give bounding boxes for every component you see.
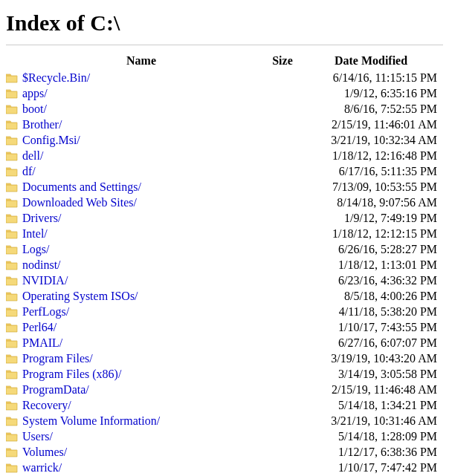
listing-row: Program Files (x86)/3/14/19, 3:05:58 PM [6,366,443,382]
name-cell: Logs/ [22,241,260,257]
folder-icon [6,120,22,130]
date-cell: 6/17/16, 5:11:35 PM [305,163,443,179]
directory-link[interactable]: Perl64/ [22,321,56,333]
directory-link[interactable]: apps/ [22,87,48,100]
folder-icon [6,369,22,379]
folder-icon [6,307,22,317]
name-cell: Intel/ [22,226,260,241]
directory-link[interactable]: Program Files (x86)/ [22,368,121,380]
folder-icon [6,385,22,395]
directory-link[interactable]: Brother/ [22,118,62,131]
date-cell: 4/11/18, 5:38:20 PM [305,304,443,319]
listing-row: Operating System ISOs/8/5/18, 4:00:26 PM [6,288,443,304]
column-header-size: Size [260,53,305,68]
date-cell: 3/19/19, 10:43:20 AM [305,351,443,366]
directory-link[interactable]: warrick/ [22,461,62,474]
directory-link[interactable]: NVIDIA/ [22,274,68,287]
name-cell: apps/ [22,85,260,101]
directory-link[interactable]: Recovery/ [22,399,71,411]
directory-listing: Name Size Date Modified $Recycle.Bin/6/1… [6,53,443,476]
folder-icon [6,151,22,161]
name-cell: Program Files (x86)/ [22,366,260,382]
folder-icon [6,416,22,426]
name-cell: Perl64/ [22,319,260,335]
date-cell: 6/14/16, 11:15:15 PM [305,70,443,85]
directory-link[interactable]: boot/ [22,102,47,115]
name-cell: Volumes/ [22,444,260,460]
date-cell: 1/9/12, 6:35:16 PM [305,85,443,101]
folder-icon [6,353,22,364]
folder-icon [6,260,22,270]
listing-row: warrick/1/10/17, 7:47:42 PM [6,460,443,475]
directory-link[interactable]: Users/ [22,430,53,443]
directory-link[interactable]: df/ [22,165,36,177]
date-cell: 5/14/18, 1:28:09 PM [305,428,443,444]
date-cell: 3/14/19, 3:05:58 PM [305,366,443,382]
name-cell: PerfLogs/ [22,304,260,319]
directory-link[interactable]: ProgramData/ [22,383,89,396]
folder-icon [6,400,22,411]
name-cell: Downloaded Web Sites/ [22,195,260,210]
listing-row: Program Files/3/19/19, 10:43:20 AM [6,351,443,366]
folder-icon [6,244,22,255]
date-cell: 1/18/12, 1:13:01 PM [305,257,443,273]
page-title: Index of C:\ [6,10,443,36]
name-cell: Drivers/ [22,210,260,226]
name-cell: Documents and Settings/ [22,179,260,195]
date-cell: 1/9/12, 7:49:19 PM [305,210,443,226]
directory-link[interactable]: $Recycle.Bin/ [22,71,90,84]
name-cell: PMAIL/ [22,335,260,351]
listing-row: Recovery/5/14/18, 1:34:21 PM [6,397,443,413]
directory-link[interactable]: Documents and Settings/ [22,180,141,193]
listing-row: NVIDIA/6/23/16, 4:36:32 PM [6,273,443,288]
directory-link[interactable]: Intel/ [22,227,48,240]
listing-row: Drivers/1/9/12, 7:49:19 PM [6,210,443,226]
date-cell: 3/21/19, 10:32:34 AM [305,132,443,148]
folder-icon [6,213,22,224]
name-cell: Program Files/ [22,351,260,366]
directory-link[interactable]: Config.Msi/ [22,134,80,146]
directory-link[interactable]: dell/ [22,149,43,162]
name-cell: Operating System ISOs/ [22,288,260,304]
folder-icon [6,104,22,114]
name-cell: ProgramData/ [22,382,260,397]
directory-link[interactable]: nodinst/ [22,258,61,271]
folder-icon [6,73,22,83]
name-cell: Users/ [22,428,260,444]
folder-icon [6,463,22,473]
name-cell: boot/ [22,101,260,117]
folder-icon [6,88,22,99]
directory-link[interactable]: Operating System ISOs/ [22,290,138,302]
listing-row: Intel/1/18/12, 12:12:15 PM [6,226,443,241]
folder-icon [6,276,22,286]
date-cell: 2/15/19, 11:46:48 AM [305,382,443,397]
listing-row: boot/8/6/16, 7:52:55 PM [6,101,443,117]
directory-link[interactable]: Volumes/ [22,446,67,458]
folder-icon [6,166,22,177]
folder-icon [6,198,22,208]
date-cell: 8/14/18, 9:07:56 AM [305,195,443,210]
column-header-row: Name Size Date Modified [6,53,443,68]
directory-link[interactable]: PMAIL/ [22,336,62,349]
name-cell: warrick/ [22,460,260,475]
date-cell: 6/27/16, 6:07:07 PM [305,335,443,351]
folder-icon [6,229,22,239]
name-cell: dell/ [22,148,260,163]
folder-icon [6,447,22,457]
listing-row: Users/5/14/18, 1:28:09 PM [6,428,443,444]
date-cell: 1/10/17, 7:47:42 PM [305,460,443,475]
directory-link[interactable]: Program Files/ [22,352,93,365]
folder-icon [6,291,22,301]
directory-link[interactable]: System Volume Information/ [22,414,160,427]
directory-link[interactable]: PerfLogs/ [22,305,69,318]
listing-row: apps/1/9/12, 6:35:16 PM [6,85,443,101]
divider [6,45,443,45]
listing-row: df/6/17/16, 5:11:35 PM [6,163,443,179]
listing-row: $Recycle.Bin/6/14/16, 11:15:15 PM [6,70,443,85]
directory-link[interactable]: Logs/ [22,243,49,255]
date-cell: 2/15/19, 11:46:01 AM [305,117,443,132]
directory-link[interactable]: Downloaded Web Sites/ [22,196,137,209]
directory-link[interactable]: Drivers/ [22,212,61,224]
listing-row: Brother/2/15/19, 11:46:01 AM [6,117,443,132]
folder-icon [6,135,22,146]
